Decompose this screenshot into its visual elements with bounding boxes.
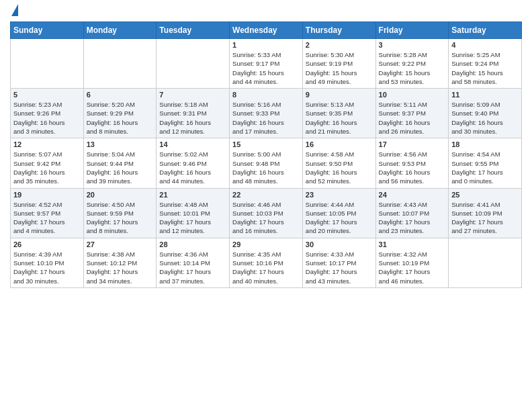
day-info: Sunrise: 5:18 AM Sunset: 9:31 PM Dayligh… [159, 100, 226, 136]
calendar-cell: 10Sunrise: 5:11 AM Sunset: 9:37 PM Dayli… [375, 89, 449, 138]
calendar-cell: 27Sunrise: 4:38 AM Sunset: 10:12 PM Dayl… [83, 238, 157, 287]
calendar-cell: 30Sunrise: 4:33 AM Sunset: 10:17 PM Dayl… [302, 238, 375, 287]
calendar-cell: 23Sunrise: 4:44 AM Sunset: 10:05 PM Dayl… [302, 188, 375, 238]
calendar-cell: 11Sunrise: 5:09 AM Sunset: 9:40 PM Dayli… [449, 89, 522, 138]
day-info: Sunrise: 4:58 AM Sunset: 9:50 PM Dayligh… [306, 150, 373, 185]
calendar-cell [11, 39, 84, 89]
day-number: 21 [159, 191, 226, 199]
calendar-cell [449, 238, 522, 287]
calendar-cell: 22Sunrise: 4:46 AM Sunset: 10:03 PM Dayl… [230, 188, 303, 238]
calendar-col-header: Sunday [11, 22, 84, 39]
day-info: Sunrise: 5:20 AM Sunset: 9:29 PM Dayligh… [87, 100, 154, 136]
calendar-cell: 15Sunrise: 5:00 AM Sunset: 9:48 PM Dayli… [230, 138, 303, 188]
day-number: 12 [13, 140, 81, 148]
calendar-cell: 20Sunrise: 4:50 AM Sunset: 9:59 PM Dayli… [83, 188, 157, 238]
page-header [10, 7, 522, 16]
day-number: 16 [306, 140, 373, 148]
day-number: 3 [379, 41, 446, 49]
calendar-week-row: 1Sunrise: 5:33 AM Sunset: 9:17 PM Daylig… [11, 39, 522, 89]
day-number: 17 [379, 140, 446, 148]
day-info: Sunrise: 4:38 AM Sunset: 10:12 PM Daylig… [87, 250, 154, 285]
day-info: Sunrise: 4:48 AM Sunset: 10:01 PM Daylig… [159, 200, 226, 236]
day-info: Sunrise: 5:28 AM Sunset: 9:22 PM Dayligh… [379, 50, 446, 86]
day-info: Sunrise: 5:02 AM Sunset: 9:46 PM Dayligh… [159, 150, 226, 185]
calendar-cell: 28Sunrise: 4:36 AM Sunset: 10:14 PM Dayl… [157, 238, 230, 287]
logo-triangle-icon [11, 4, 18, 16]
day-number: 14 [159, 140, 226, 148]
day-number: 22 [232, 191, 300, 199]
calendar-cell: 18Sunrise: 4:54 AM Sunset: 9:55 PM Dayli… [449, 138, 522, 188]
day-number: 1 [232, 41, 300, 49]
calendar-cell: 24Sunrise: 4:43 AM Sunset: 10:07 PM Dayl… [375, 188, 449, 238]
day-info: Sunrise: 4:50 AM Sunset: 9:59 PM Dayligh… [87, 200, 154, 236]
calendar-week-row: 12Sunrise: 5:07 AM Sunset: 9:42 PM Dayli… [11, 138, 522, 188]
day-info: Sunrise: 4:41 AM Sunset: 10:09 PM Daylig… [451, 200, 519, 236]
calendar-week-row: 5Sunrise: 5:23 AM Sunset: 9:26 PM Daylig… [11, 89, 522, 138]
day-info: Sunrise: 4:44 AM Sunset: 10:05 PM Daylig… [306, 200, 373, 236]
calendar-cell: 19Sunrise: 4:52 AM Sunset: 9:57 PM Dayli… [11, 188, 84, 238]
day-info: Sunrise: 5:30 AM Sunset: 9:19 PM Dayligh… [306, 50, 373, 86]
day-info: Sunrise: 4:39 AM Sunset: 10:10 PM Daylig… [13, 250, 81, 285]
day-info: Sunrise: 5:00 AM Sunset: 9:48 PM Dayligh… [232, 150, 300, 185]
day-info: Sunrise: 5:09 AM Sunset: 9:40 PM Dayligh… [451, 100, 519, 136]
calendar-week-row: 19Sunrise: 4:52 AM Sunset: 9:57 PM Dayli… [11, 188, 522, 238]
day-info: Sunrise: 4:52 AM Sunset: 9:57 PM Dayligh… [13, 200, 81, 236]
day-number: 23 [306, 191, 373, 199]
calendar-col-header: Wednesday [230, 22, 303, 39]
day-number: 10 [379, 91, 446, 99]
day-number: 11 [451, 91, 519, 99]
day-info: Sunrise: 5:25 AM Sunset: 9:24 PM Dayligh… [451, 50, 519, 86]
calendar-cell: 14Sunrise: 5:02 AM Sunset: 9:46 PM Dayli… [157, 138, 230, 188]
calendar-header-row: SundayMondayTuesdayWednesdayThursdayFrid… [11, 22, 522, 39]
calendar-col-header: Friday [375, 22, 449, 39]
calendar-cell: 25Sunrise: 4:41 AM Sunset: 10:09 PM Dayl… [449, 188, 522, 238]
day-number: 5 [13, 91, 81, 99]
calendar-table: SundayMondayTuesdayWednesdayThursdayFrid… [10, 21, 522, 288]
calendar-cell: 8Sunrise: 5:16 AM Sunset: 9:33 PM Daylig… [230, 89, 303, 138]
day-number: 20 [87, 191, 154, 199]
calendar-cell: 5Sunrise: 5:23 AM Sunset: 9:26 PM Daylig… [11, 89, 84, 138]
day-info: Sunrise: 4:35 AM Sunset: 10:16 PM Daylig… [232, 250, 300, 285]
calendar-cell: 31Sunrise: 4:32 AM Sunset: 10:19 PM Dayl… [375, 238, 449, 287]
logo [10, 7, 18, 16]
day-number: 27 [87, 240, 154, 248]
calendar-col-header: Saturday [449, 22, 522, 39]
calendar-cell: 6Sunrise: 5:20 AM Sunset: 9:29 PM Daylig… [83, 89, 157, 138]
day-number: 13 [87, 140, 154, 148]
calendar-cell: 4Sunrise: 5:25 AM Sunset: 9:24 PM Daylig… [449, 39, 522, 89]
calendar-cell [157, 39, 230, 89]
day-info: Sunrise: 4:32 AM Sunset: 10:19 PM Daylig… [379, 250, 446, 285]
day-number: 24 [379, 191, 446, 199]
calendar-col-header: Monday [83, 22, 157, 39]
day-info: Sunrise: 4:43 AM Sunset: 10:07 PM Daylig… [379, 200, 446, 236]
day-info: Sunrise: 4:56 AM Sunset: 9:53 PM Dayligh… [379, 150, 446, 185]
calendar-cell: 26Sunrise: 4:39 AM Sunset: 10:10 PM Dayl… [11, 238, 84, 287]
calendar-cell: 16Sunrise: 4:58 AM Sunset: 9:50 PM Dayli… [302, 138, 375, 188]
day-number: 25 [451, 191, 519, 199]
day-number: 29 [232, 240, 300, 248]
day-info: Sunrise: 5:07 AM Sunset: 9:42 PM Dayligh… [13, 150, 81, 185]
day-info: Sunrise: 5:33 AM Sunset: 9:17 PM Dayligh… [232, 50, 300, 86]
day-info: Sunrise: 4:36 AM Sunset: 10:14 PM Daylig… [159, 250, 226, 285]
calendar-cell [83, 39, 157, 89]
calendar-cell: 29Sunrise: 4:35 AM Sunset: 10:16 PM Dayl… [230, 238, 303, 287]
day-info: Sunrise: 4:54 AM Sunset: 9:55 PM Dayligh… [451, 150, 519, 185]
calendar-cell: 2Sunrise: 5:30 AM Sunset: 9:19 PM Daylig… [302, 39, 375, 89]
calendar-col-header: Thursday [302, 22, 375, 39]
day-number: 8 [232, 91, 300, 99]
calendar-cell: 7Sunrise: 5:18 AM Sunset: 9:31 PM Daylig… [157, 89, 230, 138]
calendar-cell: 3Sunrise: 5:28 AM Sunset: 9:22 PM Daylig… [375, 39, 449, 89]
day-info: Sunrise: 4:46 AM Sunset: 10:03 PM Daylig… [232, 200, 300, 236]
day-number: 30 [306, 240, 373, 248]
calendar-week-row: 26Sunrise: 4:39 AM Sunset: 10:10 PM Dayl… [11, 238, 522, 287]
day-info: Sunrise: 4:33 AM Sunset: 10:17 PM Daylig… [306, 250, 373, 285]
calendar-cell: 21Sunrise: 4:48 AM Sunset: 10:01 PM Dayl… [157, 188, 230, 238]
day-number: 31 [379, 240, 446, 248]
calendar-cell: 13Sunrise: 5:04 AM Sunset: 9:44 PM Dayli… [83, 138, 157, 188]
day-number: 28 [159, 240, 226, 248]
calendar-cell: 9Sunrise: 5:13 AM Sunset: 9:35 PM Daylig… [302, 89, 375, 138]
day-info: Sunrise: 5:04 AM Sunset: 9:44 PM Dayligh… [87, 150, 154, 185]
calendar-col-header: Tuesday [157, 22, 230, 39]
day-info: Sunrise: 5:16 AM Sunset: 9:33 PM Dayligh… [232, 100, 300, 136]
day-info: Sunrise: 5:23 AM Sunset: 9:26 PM Dayligh… [13, 100, 81, 136]
